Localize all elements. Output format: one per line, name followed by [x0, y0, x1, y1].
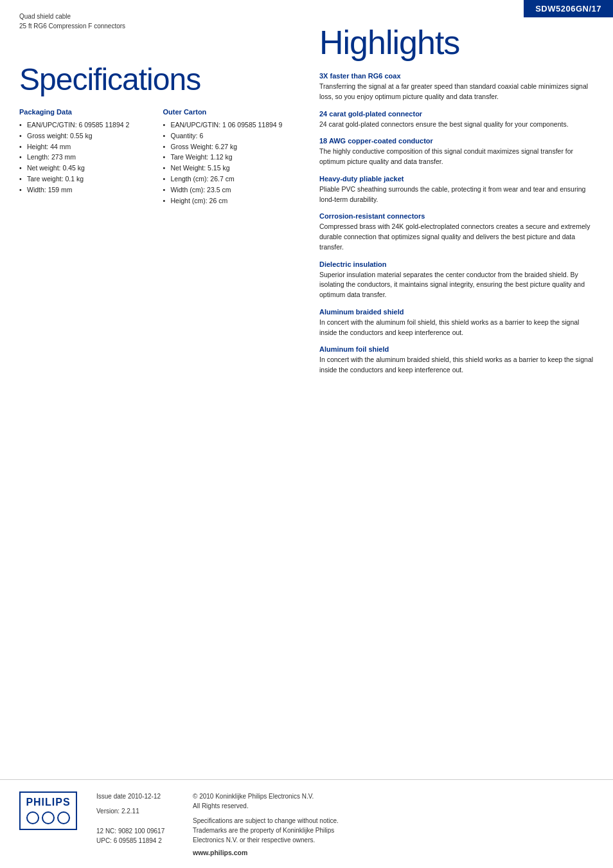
list-item: Gross Weight: 6.27 kg — [163, 141, 294, 152]
page-wrapper: SDW5206GN/17 Quad shield cable 25 ft RG6… — [0, 0, 613, 868]
highlight-title: Aluminum foil shield — [319, 345, 594, 353]
list-item: Length: 273 mm — [19, 152, 150, 163]
footer-dates: Issue date 2010-12-12 Version: 2.2.11 12… — [96, 791, 180, 845]
list-item: Tare Weight: 1.12 kg — [163, 152, 294, 163]
list-item: EAN/UPC/GTIN: 1 06 09585 11894 9 — [163, 120, 294, 131]
issue-date: Issue date 2010-12-12 — [96, 791, 180, 801]
list-item: Height: 44 mm — [19, 141, 150, 152]
footer: PHILIPS Issue date 2010-12-12 Version: 2… — [0, 779, 613, 868]
list-item: Quantity: 6 — [163, 131, 294, 141]
nc-upc-text: 12 NC: 9082 100 09617 UPC: 6 09585 11894… — [96, 826, 180, 845]
highlight-desc: In concert with the aluminum braided shi… — [319, 355, 594, 375]
highlight-desc: In concert with the aluminum foil shield… — [319, 318, 594, 338]
list-item: Length (cm): 26.7 cm — [163, 174, 294, 185]
highlight-desc: The highly conductive composition of thi… — [319, 147, 594, 167]
list-item: Height (cm): 26 cm — [163, 195, 294, 206]
left-column: Specifications Packaging Data EAN/UPC/GT… — [0, 13, 306, 396]
highlight-title: Aluminum braided shield — [319, 308, 594, 316]
top-subtitle: Quad shield cable 25 ft RG6 Compression … — [19, 12, 125, 31]
highlight-item: 3X faster than RG6 coaxTransferring the … — [319, 72, 594, 102]
footer-right: © 2010 Koninklijke Philips Electronics N… — [193, 791, 594, 856]
svg-point-1 — [42, 812, 54, 824]
highlight-title: 24 carat gold-plated connector — [319, 110, 594, 118]
highlight-title: Heavy-duty pliable jacket — [319, 175, 594, 183]
highlight-title: Dielectric insulation — [319, 260, 594, 268]
packaging-list: EAN/UPC/GTIN: 6 09585 11894 2Gross weigh… — [19, 120, 150, 195]
nc-upc: 12 NC: 9082 100 09617 UPC: 6 09585 11894… — [96, 826, 180, 845]
version: Version: 2.2.11 — [96, 806, 180, 816]
philips-brand: PHILIPS — [26, 797, 71, 808]
list-item: Net Weight: 5.15 kg — [163, 163, 294, 174]
footer-url: www.philips.com — [193, 849, 594, 856]
highlight-desc: Pliable PVC sheathing surrounds the cabl… — [319, 185, 594, 205]
highlight-item: Aluminum foil shieldIn concert with the … — [319, 345, 594, 375]
waves-svg — [26, 811, 71, 825]
philips-waves — [26, 811, 71, 825]
list-item: EAN/UPC/GTIN: 6 09585 11894 2 — [19, 120, 150, 131]
packaging-section: Packaging Data EAN/UPC/GTIN: 6 09585 118… — [19, 108, 150, 206]
highlight-title: Corrosion-resistant connectors — [319, 212, 594, 220]
highlight-title: 3X faster than RG6 coax — [319, 72, 594, 80]
highlights-container: 3X faster than RG6 coaxTransferring the … — [319, 72, 594, 375]
legal-text: Specifications are subject to change wit… — [193, 816, 594, 845]
highlight-desc: 24 carat gold-plated connectors ensure t… — [319, 120, 594, 130]
list-item: Net weight: 0.45 kg — [19, 163, 150, 174]
list-item: Tare weight: 0.1 kg — [19, 174, 150, 185]
subtitle-line1: Quad shield cable — [19, 12, 125, 21]
specs-heading: Specifications — [19, 64, 294, 95]
highlight-item: Aluminum braided shieldIn concert with t… — [319, 308, 594, 338]
copyright-text: © 2010 Koninklijke Philips Electronics N… — [193, 791, 594, 811]
list-item: Gross weight: 0.55 kg — [19, 131, 150, 141]
highlight-desc: Superior insulation material separates t… — [319, 270, 594, 300]
specs-columns: Packaging Data EAN/UPC/GTIN: 6 09585 118… — [19, 108, 294, 206]
outer-carton-list: EAN/UPC/GTIN: 1 06 09585 11894 9Quantity… — [163, 120, 294, 206]
highlight-desc: Compressed brass with 24K gold-electropl… — [319, 222, 594, 252]
highlights-heading: Highlights — [319, 26, 594, 59]
outer-carton-title: Outer Carton — [163, 108, 294, 116]
outer-carton-section: Outer Carton EAN/UPC/GTIN: 1 06 09585 11… — [163, 108, 294, 206]
highlight-title: 18 AWG copper-coated conductor — [319, 137, 594, 145]
svg-point-2 — [58, 812, 69, 824]
svg-point-0 — [27, 812, 39, 824]
subtitle-line2: 25 ft RG6 Compression F connectors — [19, 21, 125, 31]
list-item: Width: 159 mm — [19, 185, 150, 195]
highlight-item: Dielectric insulationSuperior insulation… — [319, 260, 594, 300]
highlight-item: 18 AWG copper-coated conductorThe highly… — [319, 137, 594, 167]
right-column: Highlights 3X faster than RG6 coaxTransf… — [306, 13, 613, 396]
highlight-item: Corrosion-resistant connectorsCompressed… — [319, 212, 594, 252]
list-item: Width (cm): 23.5 cm — [163, 185, 294, 195]
packaging-title: Packaging Data — [19, 108, 150, 116]
philips-logo: PHILIPS — [19, 791, 77, 830]
logo-box: PHILIPS — [19, 791, 77, 830]
model-bar: SDW5206GN/17 — [524, 0, 613, 17]
highlight-item: 24 carat gold-plated connector24 carat g… — [319, 110, 594, 130]
highlight-item: Heavy-duty pliable jacketPliable PVC she… — [319, 175, 594, 205]
model-number: SDW5206GN/17 — [535, 4, 601, 14]
main-content: Specifications Packaging Data EAN/UPC/GT… — [0, 0, 613, 396]
highlight-desc: Transferring the signal at a far greater… — [319, 82, 594, 102]
